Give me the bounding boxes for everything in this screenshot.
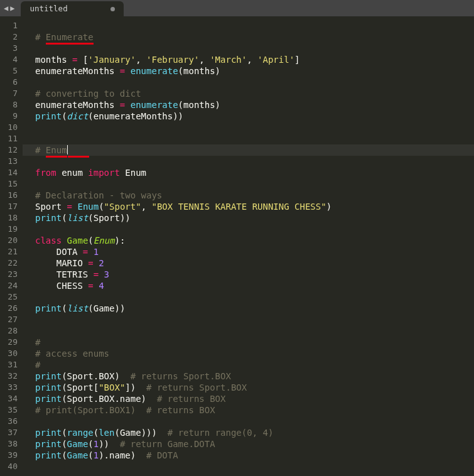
code-line[interactable]: # Declaration - two ways: [23, 190, 474, 201]
line-number: 5: [0, 65, 18, 77]
token: # print(Sport.BOX1) # returns BOX: [35, 405, 215, 415]
token: print: [35, 428, 62, 438]
code-line[interactable]: enumerateMonths = enumerate(months): [23, 65, 474, 77]
token: Enum: [94, 235, 115, 246]
token: [125, 100, 130, 110]
code-line[interactable]: # print(Sport.BOX1) # returns BOX: [23, 404, 474, 416]
token: (: [94, 428, 99, 438]
tab-title: untitled: [30, 3, 67, 14]
code-line[interactable]: [23, 314, 474, 325]
token: (: [62, 428, 67, 438]
code-line[interactable]: print(range(len(Game))) # return range(0…: [23, 427, 474, 438]
token: ,: [247, 55, 257, 65]
token: ,: [141, 202, 152, 212]
code-line[interactable]: print(list(Sport)): [23, 212, 474, 224]
line-number: 23: [0, 269, 18, 280]
line-number: 19: [0, 224, 18, 235]
line-number: 15: [0, 178, 18, 190]
token: print: [35, 303, 62, 313]
token: class: [35, 235, 62, 246]
code-line[interactable]: [23, 77, 474, 88]
code-line[interactable]: [23, 224, 474, 235]
token: =: [67, 202, 72, 212]
code-line[interactable]: [23, 178, 474, 190]
token: list: [67, 213, 89, 223]
token: CHESS: [35, 281, 88, 291]
code-line[interactable]: [23, 325, 474, 337]
nav-forward-icon[interactable]: ▶: [10, 3, 14, 14]
token: print: [35, 371, 62, 381]
token: [: [77, 55, 88, 65]
token: [68, 144, 89, 158]
line-number: 40: [0, 461, 18, 472]
token: len: [99, 428, 114, 438]
token: range: [67, 428, 94, 438]
token: 1: [94, 247, 99, 257]
editor: 1234567891011121314151617181920212223242…: [0, 16, 474, 476]
token: "BOX TENNIS KARATE RUNNING CHESS": [151, 202, 326, 212]
code-line[interactable]: # Enumerate: [23, 31, 474, 43]
tab-untitled[interactable]: untitled: [21, 1, 123, 16]
token: [125, 66, 130, 76]
code-line[interactable]: from enum import Enum: [23, 167, 474, 178]
line-number: 37: [0, 427, 18, 438]
token: (: [62, 303, 67, 313]
code-line[interactable]: CHESS = 4: [23, 280, 474, 291]
token: (: [99, 202, 104, 212]
code-line[interactable]: print(Sport.BOX.name) # returns BOX: [23, 393, 474, 404]
code-line[interactable]: [23, 156, 474, 167]
line-number: 32: [0, 371, 18, 382]
code-line[interactable]: Sport = Enum("Sport", "BOX TENNIS KARATE…: [23, 201, 474, 212]
token: =: [88, 258, 93, 268]
code-line[interactable]: [23, 461, 474, 472]
token: # returns Sport.BOX: [146, 382, 247, 392]
token: list: [67, 303, 89, 313]
token: Enumerate: [46, 31, 94, 45]
code-line[interactable]: print(Sport.BOX) # returns Sport.BOX: [23, 371, 474, 382]
line-number: 25: [0, 291, 18, 303]
line-number: 6: [0, 77, 18, 88]
code-line[interactable]: DOTA = 1: [23, 246, 474, 257]
token: [99, 269, 104, 279]
line-number: 18: [0, 212, 18, 224]
code-line[interactable]: # access enums: [23, 348, 474, 359]
code-line[interactable]: enumerateMonths = enumerate(months): [23, 99, 474, 111]
token: (: [88, 450, 93, 460]
code-line[interactable]: print(Game(1)) # return Game.DOTA: [23, 438, 474, 450]
code-line[interactable]: # converting to dict: [23, 88, 474, 99]
code-line[interactable]: # Enum: [23, 144, 474, 156]
line-number: 14: [0, 167, 18, 178]
token: print: [35, 439, 62, 449]
code-line[interactable]: print(Sport["BOX"]) # returns Sport.BOX: [23, 382, 474, 393]
token: print: [35, 111, 62, 121]
token: print: [35, 394, 62, 404]
code-line[interactable]: TETRIS = 3: [23, 269, 474, 280]
token: (enumerateMonths)): [88, 111, 183, 121]
line-number: 9: [0, 111, 18, 122]
code-area[interactable]: # Enumeratemonths = ['January', 'Februar…: [23, 16, 474, 476]
nav-back-icon[interactable]: ◀: [4, 3, 8, 14]
code-line[interactable]: [23, 291, 474, 303]
code-line[interactable]: class Game(Enum):: [23, 235, 474, 246]
code-line[interactable]: [23, 122, 474, 133]
token: [94, 281, 99, 291]
token: [88, 247, 93, 257]
code-line[interactable]: #: [23, 359, 474, 371]
token: enumerateMonths: [35, 66, 120, 76]
nav-arrows: ◀ ▶: [0, 0, 18, 16]
token: ]): [125, 382, 146, 392]
line-number: 4: [0, 54, 18, 65]
code-line[interactable]: print(dict(enumerateMonths)): [23, 111, 474, 122]
token: enumerate: [131, 100, 178, 110]
code-line[interactable]: print(list(Game)): [23, 303, 474, 314]
line-number: 11: [0, 133, 18, 144]
code-line[interactable]: [23, 20, 474, 31]
token: Enum: [120, 168, 146, 178]
code-line[interactable]: MARIO = 2: [23, 257, 474, 269]
code-line[interactable]: months = ['January', 'February', 'March'…: [23, 54, 474, 65]
code-line[interactable]: #: [23, 337, 474, 348]
line-number: 2: [0, 31, 18, 43]
code-line[interactable]: [23, 133, 474, 144]
code-line[interactable]: print(Game(1).name) # DOTA: [23, 450, 474, 461]
code-line[interactable]: [23, 416, 474, 427]
